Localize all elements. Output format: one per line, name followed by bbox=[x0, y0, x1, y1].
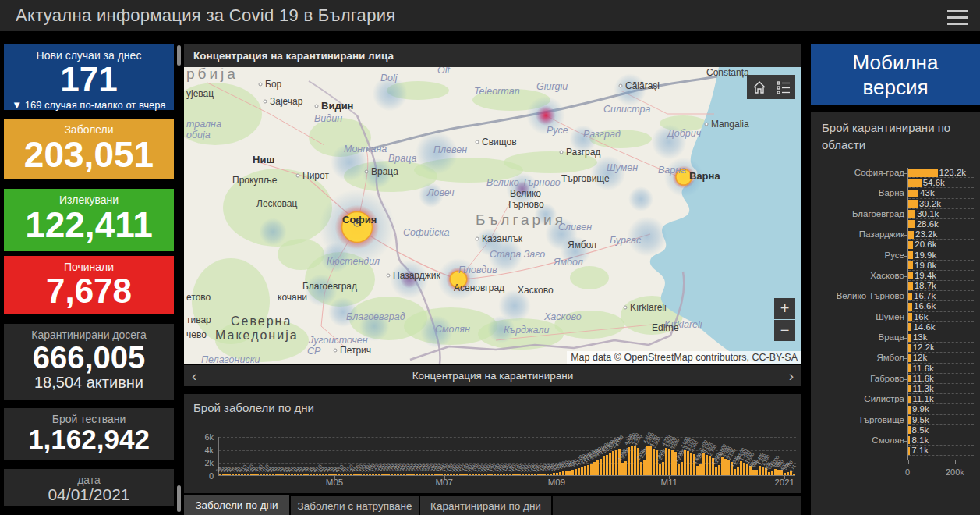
daily-bar[interactable] bbox=[525, 474, 527, 475]
daily-bar[interactable] bbox=[347, 474, 349, 475]
daily-bar[interactable] bbox=[606, 455, 608, 476]
daily-bar[interactable] bbox=[306, 474, 309, 475]
region-bar[interactable] bbox=[908, 354, 911, 362]
daily-bar[interactable] bbox=[291, 474, 293, 475]
daily-bar[interactable] bbox=[437, 474, 440, 475]
daily-bar[interactable] bbox=[696, 466, 699, 476]
region-bar[interactable] bbox=[908, 364, 911, 372]
daily-bar[interactable] bbox=[235, 474, 237, 475]
region-bar[interactable] bbox=[908, 323, 911, 331]
daily-bar[interactable] bbox=[596, 460, 599, 475]
daily-bar[interactable] bbox=[397, 474, 399, 475]
daily-bar[interactable] bbox=[497, 474, 499, 475]
region-bar[interactable] bbox=[908, 447, 910, 455]
daily-bar[interactable] bbox=[269, 474, 271, 475]
map-canvas[interactable]: рбијаујевацтралнаобијаБорЗајечарВидинВид… bbox=[184, 67, 801, 364]
daily-bar[interactable] bbox=[515, 474, 518, 475]
daily-bar[interactable] bbox=[369, 474, 371, 476]
daily-bar[interactable] bbox=[260, 474, 262, 475]
daily-bar[interactable] bbox=[553, 473, 555, 475]
daily-bar[interactable] bbox=[484, 474, 486, 476]
daily-bar[interactable] bbox=[537, 474, 540, 475]
daily-bar[interactable] bbox=[771, 471, 773, 475]
region-bar[interactable] bbox=[908, 334, 911, 342]
daily-bar[interactable] bbox=[331, 474, 334, 475]
daily-bar[interactable] bbox=[378, 474, 380, 475]
daily-bar[interactable] bbox=[755, 470, 758, 476]
stat-card-infected[interactable]: Заболели 203,051 bbox=[4, 119, 174, 179]
daily-bar[interactable] bbox=[462, 474, 465, 475]
daily-bar[interactable] bbox=[531, 474, 533, 475]
daily-bar[interactable] bbox=[500, 474, 502, 476]
daily-bar[interactable] bbox=[244, 474, 246, 475]
daily-bar[interactable] bbox=[587, 465, 589, 475]
daily-bar[interactable] bbox=[681, 462, 683, 475]
stat-card-new-cases[interactable]: Нови случаи за днес 171 ▼ 169 случая по-… bbox=[4, 44, 174, 110]
daily-bar[interactable] bbox=[316, 474, 318, 475]
daily-bar[interactable] bbox=[665, 448, 667, 475]
region-bar[interactable] bbox=[908, 261, 913, 269]
carousel-prev-icon[interactable]: ‹ bbox=[184, 367, 204, 385]
daily-bar[interactable] bbox=[643, 460, 646, 475]
daily-bar[interactable] bbox=[266, 474, 268, 475]
daily-bar[interactable] bbox=[565, 471, 568, 475]
region-bar[interactable] bbox=[908, 200, 918, 208]
daily-bar[interactable] bbox=[684, 450, 686, 476]
daily-bar[interactable] bbox=[478, 474, 480, 475]
daily-bar[interactable] bbox=[509, 474, 511, 475]
daily-bar[interactable] bbox=[752, 470, 755, 475]
daily-bar[interactable] bbox=[391, 474, 393, 475]
daily-bar[interactable] bbox=[278, 474, 281, 475]
daily-bar[interactable] bbox=[313, 474, 315, 475]
daily-bar[interactable] bbox=[640, 462, 642, 475]
daily-bar[interactable] bbox=[547, 474, 549, 475]
daily-bar[interactable] bbox=[737, 467, 739, 475]
daily-bar[interactable] bbox=[774, 469, 777, 475]
daily-bar[interactable] bbox=[372, 474, 374, 475]
daily-bar[interactable] bbox=[228, 474, 231, 475]
daily-bar[interactable] bbox=[727, 460, 730, 475]
daily-bar[interactable] bbox=[288, 474, 290, 475]
daily-bar[interactable] bbox=[294, 474, 296, 475]
daily-bar[interactable] bbox=[381, 474, 384, 475]
daily-bar[interactable] bbox=[715, 467, 717, 475]
daily-bar[interactable] bbox=[328, 474, 331, 475]
daily-bar[interactable] bbox=[322, 474, 324, 475]
daily-bar[interactable] bbox=[621, 463, 624, 475]
stat-card-deaths[interactable]: Починали 7,678 bbox=[4, 256, 174, 314]
daily-bar[interactable] bbox=[219, 474, 221, 475]
daily-bar[interactable] bbox=[581, 467, 583, 476]
daily-bar[interactable] bbox=[419, 474, 421, 475]
daily-bar[interactable] bbox=[341, 474, 343, 475]
daily-bar[interactable] bbox=[409, 474, 412, 475]
stat-card-date[interactable]: дата 04/01/2021 bbox=[4, 469, 174, 506]
daily-bar[interactable] bbox=[593, 462, 596, 475]
daily-bar[interactable] bbox=[784, 473, 786, 475]
daily-bar[interactable] bbox=[734, 469, 736, 475]
daily-bar[interactable] bbox=[528, 474, 530, 475]
region-bar[interactable] bbox=[908, 179, 922, 187]
daily-bar[interactable] bbox=[571, 470, 574, 475]
daily-bar[interactable] bbox=[481, 474, 483, 475]
daily-bar[interactable] bbox=[649, 446, 652, 475]
daily-bar[interactable] bbox=[631, 446, 633, 476]
daily-bar[interactable] bbox=[518, 474, 521, 475]
daily-bar[interactable] bbox=[263, 474, 265, 475]
region-bar[interactable] bbox=[908, 251, 913, 259]
daily-bar[interactable] bbox=[472, 474, 474, 476]
daily-bar[interactable] bbox=[659, 464, 661, 475]
zoom-in-button[interactable]: + bbox=[774, 298, 795, 319]
daily-bar[interactable] bbox=[250, 474, 253, 475]
region-bar[interactable] bbox=[908, 426, 911, 434]
daily-bar[interactable] bbox=[344, 474, 346, 475]
region-bar[interactable] bbox=[908, 416, 911, 424]
daily-bar[interactable] bbox=[793, 474, 795, 475]
daily-bar[interactable] bbox=[777, 470, 780, 476]
daily-bar[interactable] bbox=[241, 474, 243, 475]
daily-bar[interactable] bbox=[678, 464, 680, 475]
tab-cumulative-cases[interactable]: Заболели с натрупване bbox=[291, 496, 419, 515]
tab-daily-cases[interactable]: Заболели по дни bbox=[184, 495, 289, 515]
daily-bar-chart[interactable]: 6k 4k 2k 0 54306085407095601108012065901… bbox=[218, 437, 795, 476]
daily-bar[interactable] bbox=[584, 466, 586, 475]
daily-bar[interactable] bbox=[447, 474, 449, 475]
